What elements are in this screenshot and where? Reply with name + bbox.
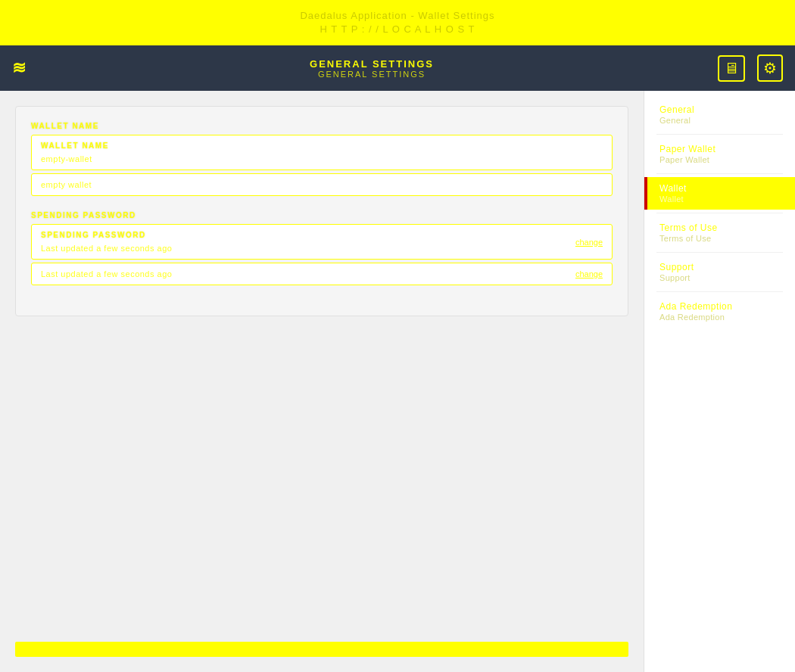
- sidebar: GeneralGeneralPaper WalletPaper WalletWa…: [644, 91, 795, 672]
- header-logo: ≋: [12, 58, 26, 78]
- header-title: GENERAL SETTINGS GENERAL SETTINGS: [310, 58, 434, 79]
- sidebar-item-support[interactable]: SupportSupport: [644, 256, 795, 288]
- change-button-1[interactable]: change: [575, 238, 603, 247]
- spending-password-input-1[interactable]: SPENDING PASSWORD Last updated a few sec…: [31, 224, 613, 260]
- sidebar-item-terms-of-use[interactable]: Terms of UseTerms of Use: [644, 216, 795, 249]
- change-button-2[interactable]: change: [575, 269, 603, 278]
- header-title-main: GENERAL SETTINGS: [310, 58, 434, 70]
- content-area: WALLET NAME WALLET NAME empty-wallet emp…: [0, 91, 644, 672]
- sidebar-active-accent: [644, 177, 647, 210]
- spending-password-input-2[interactable]: Last updated a few seconds ago change: [31, 263, 613, 285]
- sidebar-item-ada-redemption[interactable]: Ada RedemptionAda Redemption: [644, 295, 795, 328]
- sidebar-divider: [656, 173, 783, 174]
- sidebar-label-paper-wallet: Paper Wallet: [659, 144, 780, 154]
- header-title-sub: GENERAL SETTINGS: [318, 70, 426, 79]
- wallet-name-input-1[interactable]: WALLET NAME empty-wallet: [31, 135, 613, 170]
- wallet-name-group: WALLET NAME WALLET NAME empty-wallet emp…: [31, 122, 613, 196]
- sidebar-label-dup-terms-of-use: Terms of Use: [659, 234, 780, 243]
- wallet-name-value-2: empty wallet: [41, 180, 603, 189]
- wallet-name-input-2[interactable]: empty wallet: [31, 173, 613, 196]
- sidebar-divider: [656, 252, 783, 253]
- sidebar-label-ada-redemption: Ada Redemption: [659, 301, 780, 312]
- spending-password-group: SPENDING PASSWORD SPENDING PASSWORD Last…: [31, 211, 613, 285]
- sidebar-label-dup-support: Support: [659, 273, 780, 282]
- sidebar-label-wallet: Wallet: [659, 183, 780, 194]
- sidebar-label-dup-paper-wallet: Paper Wallet: [659, 155, 780, 164]
- header-icons: 🖥 ⚙: [718, 54, 783, 82]
- sidebar-item-wallet[interactable]: WalletWallet: [644, 177, 795, 210]
- sidebar-divider: [656, 291, 783, 292]
- sidebar-label-dup-ada-redemption: Ada Redemption: [659, 313, 780, 322]
- sidebar-item-general[interactable]: GeneralGeneral: [644, 98, 795, 131]
- top-banner: Daedalus Application - Wallet Settings H…: [0, 0, 795, 45]
- bottom-bar: [15, 642, 628, 657]
- sidebar-label-terms-of-use: Terms of Use: [659, 222, 780, 233]
- settings-icon[interactable]: ⚙: [757, 54, 783, 82]
- sidebar-divider: [656, 213, 783, 213]
- main-layout: WALLET NAME WALLET NAME empty-wallet emp…: [0, 91, 795, 672]
- sidebar-label-dup-wallet: Wallet: [659, 194, 780, 204]
- sidebar-divider: [656, 134, 783, 135]
- wallet-icon[interactable]: 🖥: [718, 55, 745, 82]
- wallet-name-label: WALLET NAME: [31, 122, 613, 130]
- sidebar-label-dup-general: General: [659, 116, 780, 125]
- settings-card: WALLET NAME WALLET NAME empty-wallet emp…: [15, 106, 628, 316]
- sidebar-item-paper-wallet[interactable]: Paper WalletPaper Wallet: [644, 138, 795, 170]
- wallet-name-value-1: empty-wallet: [41, 154, 603, 163]
- header: ≋ GENERAL SETTINGS GENERAL SETTINGS 🖥 ⚙: [0, 45, 795, 91]
- spending-password-label-dup: SPENDING PASSWORD: [41, 231, 172, 239]
- sidebar-label-support: Support: [659, 262, 780, 272]
- banner-text-1: Daedalus Application - Wallet Settings: [300, 9, 494, 23]
- spending-password-value-1: Last updated a few seconds ago: [41, 244, 172, 253]
- spending-password-value-2: Last updated a few seconds ago: [41, 269, 172, 278]
- wallet-name-label-dup: WALLET NAME: [41, 142, 603, 150]
- sidebar-label-general: General: [659, 104, 780, 115]
- spending-password-label: SPENDING PASSWORD: [31, 211, 613, 219]
- banner-text-2: H T T P : / / L O C A L H O S T: [320, 23, 475, 36]
